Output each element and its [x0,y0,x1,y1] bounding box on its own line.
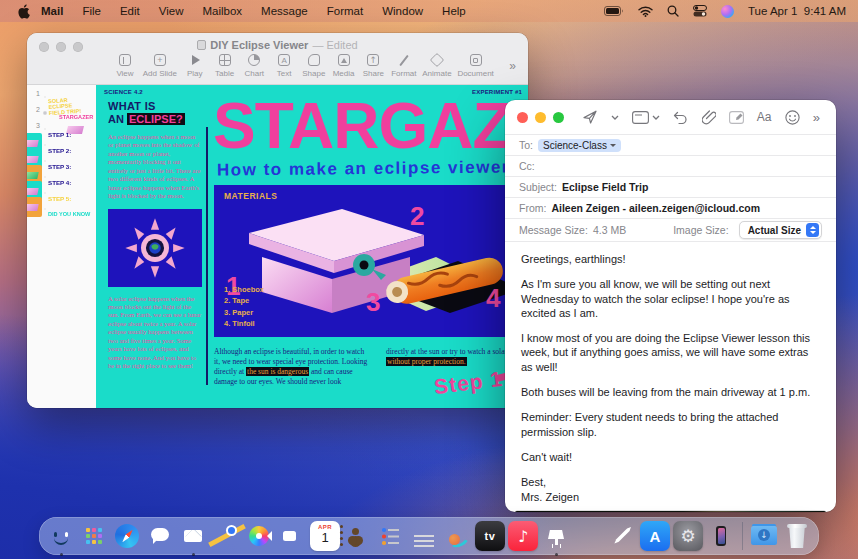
body-paragraph: I know most of you are doing the Eclipse… [521,331,820,374]
dock-iphone-mirroring[interactable] [706,521,736,551]
subject-field[interactable]: Subject: Eclipse Field Trip [505,176,836,197]
toolbar-overflow-icon[interactable]: » [509,59,516,73]
header-fields-icon [632,111,649,124]
dock-music[interactable] [508,521,538,551]
from-field[interactable]: From: Aileen Zeigen - aileen.zeigen@iclo… [505,197,836,218]
zoom-button[interactable] [553,112,564,123]
menu-item-window[interactable]: Window [382,5,423,17]
dock-mail[interactable] [178,521,208,551]
toolbar-button-table[interactable]: Table [213,54,237,78]
format-brush-icon [398,54,410,66]
format-button[interactable]: Aa [757,110,772,124]
dock-notes[interactable] [409,521,439,551]
menu-item-file[interactable]: File [82,5,101,17]
dock-messages[interactable] [145,521,175,551]
markup-button[interactable] [729,110,744,124]
toolbar-button-shape[interactable]: Shape [302,54,326,78]
send-icon [582,109,598,125]
keynote-window: DIY Eclipse Viewer— Edited View Add Slid… [27,33,528,408]
toolbar-overflow-icon[interactable]: » [813,110,820,125]
toolbar-button-play[interactable]: Play [183,54,207,78]
header-fields-button[interactable] [632,111,660,124]
cc-field[interactable]: Cc: [505,155,836,176]
menu-item-message[interactable]: Message [261,5,308,17]
column-divider [206,127,208,385]
close-button[interactable] [517,112,528,123]
to-field[interactable]: To: Science-Class [505,134,836,155]
toolbar-button-view[interactable]: View [113,54,137,78]
dock-calendar[interactable]: APR1 [310,521,340,551]
menu-item-help[interactable]: Help [442,5,466,17]
dock-appstore[interactable] [640,521,670,551]
send-button[interactable] [582,109,598,125]
slide-title: STARGAZER [213,89,528,163]
slide-thumbnail-1[interactable]: 1 SOLAR ECLIPSE FIELD TRIP! [27,90,96,99]
dock-freeform[interactable] [442,521,472,551]
toolbar-button-share[interactable]: Share [361,54,385,78]
document-proxy-icon[interactable] [197,40,206,52]
from-value: Aileen Zeigen - aileen.zeigen@icloud.com [551,202,760,214]
menu-item-edit[interactable]: Edit [120,5,140,17]
dock-maps[interactable] [211,521,241,551]
toolbar-button-text[interactable]: Text [272,54,296,78]
slide-canvas[interactable]: SCIENCE 4.2 EXPERIMENT #1 WHAT IS AN ECL… [96,85,528,408]
control-center-icon[interactable] [693,5,707,17]
message-body-editor[interactable]: Greetings, earthlings! As I'm sure you a… [505,241,836,508]
materials-item-2: 2. Tape [224,295,264,306]
toolbar-button-add-slide[interactable]: Add Slide [143,54,177,78]
dock-safari[interactable] [112,521,142,551]
dock-tv[interactable]: tv [475,521,505,551]
dock-keynote[interactable] [541,521,571,551]
menu-bar-clock[interactable]: Tue Apr 1 9:41 AM [748,5,846,17]
dock-settings[interactable] [673,521,703,551]
mail-header-fields: To: Science-Class Cc: Subject: Eclipse F… [505,134,836,241]
slide-left-column: WHAT IS AN ECLIPSE? An eclipse happens w… [108,100,202,370]
dock-downloads[interactable] [749,521,779,551]
body-paragraph: Both buses will be leaving from the main… [521,385,820,399]
send-options-chevron[interactable] [611,115,619,120]
music-icon [508,521,538,551]
view-icon [119,54,131,66]
select-stepper-icon [806,223,819,237]
table-icon [219,54,231,66]
search-icon[interactable] [667,5,679,17]
chevron-down-icon [652,115,660,120]
system-settings-icon [673,521,703,551]
battery-icon[interactable] [604,6,624,16]
column-heading-line1: WHAT IS [108,100,202,112]
attachment-eclipse-photo[interactable] [515,511,826,512]
minimize-button[interactable] [535,112,546,123]
dock-pages[interactable] [607,521,637,551]
recipient-token[interactable]: Science-Class [538,139,621,152]
materials-panel: MATERIALS [214,185,528,337]
toolbar-button-chart[interactable]: Chart [242,54,266,78]
app-store-icon [640,521,670,551]
dock-launchpad[interactable] [79,521,109,551]
dock-finder[interactable] [46,521,76,551]
keynote-titlebar[interactable]: DIY Eclipse Viewer— Edited View Add Slid… [27,33,528,85]
toolbar-button-media[interactable]: Media [332,54,356,78]
dock-reminders[interactable] [376,521,406,551]
toolbar-button-format[interactable]: Format [391,54,416,78]
toolbar-button-document[interactable]: Document [457,54,493,78]
mail-toolbar[interactable]: Aa » [505,100,836,134]
dock-contacts[interactable] [343,521,373,551]
menu-item-mailbox[interactable]: Mailbox [202,5,242,17]
emoji-button[interactable] [785,110,800,125]
toolbar-button-animate[interactable]: Animate [422,54,451,78]
undo-button[interactable] [673,111,688,124]
image-size-select[interactable]: Actual Size [739,221,822,239]
apple-logo-icon[interactable] [18,4,31,19]
dock-trash[interactable] [782,521,812,551]
wifi-icon[interactable] [638,6,653,17]
menu-item-format[interactable]: Format [327,5,363,17]
menu-item-view[interactable]: View [159,5,184,17]
menu-item-mail[interactable]: Mail [41,5,63,17]
column-heading-line2: AN ECLIPSE? [108,113,202,125]
protection-highlight: without proper protection. [386,357,467,366]
keynote-content: 1 SOLAR ECLIPSE FIELD TRIP! 2 STARGAZER … [27,85,528,408]
dock-numbers[interactable] [574,521,604,551]
siri-icon[interactable] [721,5,734,18]
dock-facetime[interactable] [277,521,307,551]
attach-button[interactable] [702,110,716,125]
